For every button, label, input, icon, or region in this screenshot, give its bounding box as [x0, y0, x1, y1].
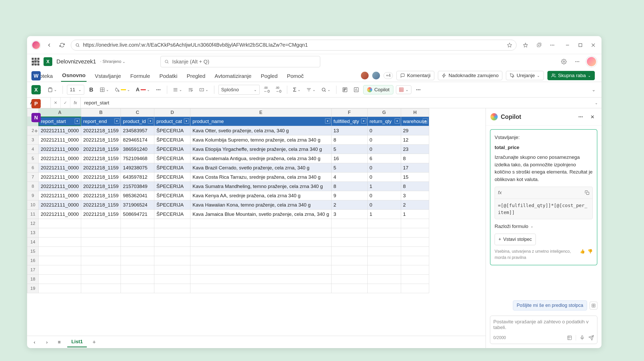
empty-cell[interactable]: [154, 284, 190, 293]
sort-filter-button[interactable]: ⌄: [305, 85, 317, 95]
empty-cell[interactable]: [367, 247, 401, 256]
filter-icon[interactable]: ▾: [184, 118, 189, 124]
empty-cell[interactable]: [121, 247, 154, 256]
share-button[interactable]: Skupna raba⌄: [547, 71, 595, 80]
table-cell[interactable]: 9: [331, 191, 367, 200]
align-button[interactable]: ⌄: [171, 85, 184, 95]
cancel-formula-icon[interactable]: ✕: [51, 97, 61, 108]
empty-cell[interactable]: [190, 237, 331, 247]
empty-cell[interactable]: [190, 219, 331, 228]
addins-button[interactable]: [341, 85, 349, 95]
back-button[interactable]: [45, 41, 53, 49]
thumbs-up-icon[interactable]: 👍: [580, 248, 585, 255]
row-header[interactable]: 19: [27, 284, 39, 293]
find-button[interactable]: ⌄: [320, 85, 332, 95]
empty-cell[interactable]: [121, 237, 154, 247]
empty-cell[interactable]: [401, 219, 429, 228]
table-cell[interactable]: 5: [331, 145, 367, 154]
explain-formula-button[interactable]: Razloži formulo⌄: [495, 223, 593, 230]
copilot-close-icon[interactable]: ✕: [588, 112, 597, 122]
filter-icon[interactable]: ▾: [423, 118, 428, 124]
table-cell[interactable]: 2: [401, 200, 429, 210]
filter-icon[interactable]: ▾: [148, 118, 153, 124]
browser-more-icon[interactable]: [548, 41, 557, 50]
table-cell[interactable]: 2: [331, 200, 367, 210]
ribbon-tab-pogled[interactable]: Pogled: [260, 70, 278, 82]
empty-cell[interactable]: [81, 237, 121, 247]
table-cell[interactable]: 202212111_0000: [39, 135, 81, 145]
empty-cell[interactable]: [154, 228, 190, 237]
table-cell[interactable]: 8: [401, 182, 429, 191]
empty-cell[interactable]: [190, 228, 331, 237]
excel-icon[interactable]: X: [31, 85, 41, 94]
filter-icon[interactable]: ▾: [75, 119, 80, 124]
table-header-cell[interactable]: product_cat▾: [154, 117, 190, 126]
empty-cell[interactable]: [367, 275, 401, 284]
minimize-button[interactable]: [564, 42, 571, 49]
empty-cell[interactable]: [39, 275, 81, 284]
table-cell[interactable]: 386591240: [121, 145, 154, 154]
copilot-suggest-button[interactable]: Pošljite mi še en predlog stolpca: [513, 300, 587, 310]
column-header[interactable]: D: [154, 109, 190, 117]
copilot-more-icon[interactable]: [576, 112, 585, 122]
collections-icon[interactable]: [535, 41, 543, 50]
empty-cell[interactable]: [39, 247, 81, 256]
empty-cell[interactable]: [39, 284, 81, 293]
empty-cell[interactable]: [331, 256, 367, 265]
search-input[interactable]: Iskanje (Alt + Q): [160, 56, 320, 67]
table-cell[interactable]: 20221218_1159: [81, 126, 121, 135]
empty-cell[interactable]: [401, 228, 429, 237]
empty-cell[interactable]: [367, 219, 401, 228]
table-cell[interactable]: 12: [401, 135, 429, 145]
empty-cell[interactable]: [81, 275, 121, 284]
fx-icon[interactable]: fx: [70, 97, 81, 108]
row-header[interactable]: 9: [27, 191, 39, 200]
empty-cell[interactable]: [401, 284, 429, 293]
empty-cell[interactable]: [331, 237, 367, 247]
empty-cell[interactable]: [331, 247, 367, 256]
table-cell[interactable]: 13: [331, 126, 367, 135]
empty-cell[interactable]: [401, 237, 429, 247]
table-cell[interactable]: ŠPECERIJA: [154, 145, 190, 154]
table-cell[interactable]: 0: [367, 163, 401, 173]
table-cell[interactable]: 202212111_0000: [39, 173, 81, 182]
copilot-mic-icon[interactable]: [580, 335, 585, 340]
empty-cell[interactable]: [367, 237, 401, 247]
ribbon-tab-avtomatiziranje[interactable]: Avtomatiziranje: [214, 70, 252, 82]
table-cell[interactable]: 752109468: [121, 154, 154, 163]
copy-formula-icon[interactable]: [585, 190, 589, 195]
empty-cell[interactable]: [190, 247, 331, 256]
font-size-input[interactable]: 11⌄: [67, 85, 84, 95]
copilot-button[interactable]: Copilot: [363, 85, 393, 94]
table-cell[interactable]: 23: [401, 145, 429, 154]
table-header-cell[interactable]: warehouse▾: [401, 117, 429, 126]
table-cell[interactable]: 20221218_1159: [81, 200, 121, 210]
row-header[interactable]: 12: [27, 219, 39, 228]
number-format-dropdown[interactable]: Splošno⌄: [218, 85, 260, 95]
ribbon-tab-pregled[interactable]: Pregled: [186, 70, 206, 82]
table-cell[interactable]: 20221218_1159: [81, 191, 121, 200]
add-sheet-button[interactable]: +: [90, 339, 98, 346]
maximize-button[interactable]: [577, 42, 584, 49]
empty-cell[interactable]: [367, 256, 401, 265]
column-header[interactable]: G: [367, 109, 401, 117]
favorites-icon[interactable]: [521, 41, 530, 50]
table-cell[interactable]: 202212111_0000: [39, 145, 81, 154]
analyze-button[interactable]: [352, 85, 361, 95]
empty-cell[interactable]: [39, 265, 81, 275]
table-header-cell[interactable]: fullfilled_qty▾: [331, 117, 367, 126]
empty-cell[interactable]: [81, 284, 121, 293]
column-header[interactable]: E: [190, 109, 331, 117]
table-cell[interactable]: ŠPECERIJA: [154, 191, 190, 200]
table-cell[interactable]: 215703849: [121, 182, 154, 191]
table-cell[interactable]: 371906524: [121, 200, 154, 210]
table-header-cell[interactable]: product_id▾: [121, 117, 154, 126]
table-cell[interactable]: 0: [367, 126, 401, 135]
ribbon-tab-pomoč[interactable]: Pomoč: [286, 70, 305, 82]
wrap-text-button[interactable]: [186, 85, 195, 95]
table-cell[interactable]: Kava Sumatra Mandheling, temno praženje,…: [190, 182, 331, 191]
table-cell[interactable]: 508694721: [121, 210, 154, 219]
table-cell[interactable]: Kava Hawaiian Kona, temno praženje, cela…: [190, 200, 331, 210]
table-cell[interactable]: Kava Kolumbija Supremo, temno praženje, …: [190, 135, 331, 145]
empty-cell[interactable]: [401, 265, 429, 275]
